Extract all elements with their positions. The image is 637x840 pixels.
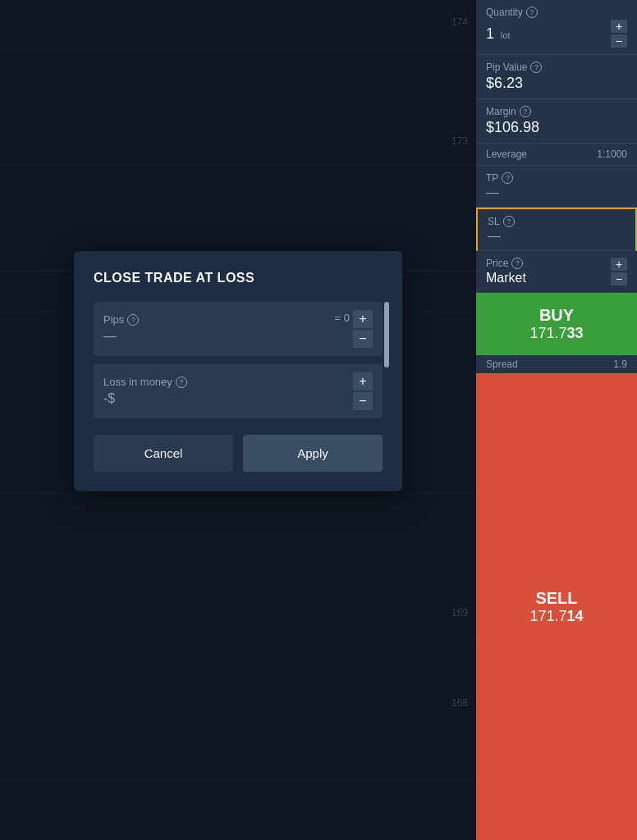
loss-controls: + −	[353, 372, 373, 410]
tp-section: TP ? —	[476, 166, 637, 208]
pips-eq-value: = 0	[335, 312, 350, 324]
pip-value-help-icon[interactable]: ?	[530, 62, 542, 73]
sl-label: SL ?	[488, 216, 626, 227]
price-row: Price ? Market + −	[486, 258, 627, 285]
quantity-row: 1 lot + −	[486, 20, 627, 48]
modal-overlay: CLOSE TRADE AT LOSS Pips ? — = 0 + −	[0, 0, 476, 840]
quantity-section: Quantity ? 1 lot + −	[476, 0, 637, 55]
tp-label: TP ?	[486, 172, 627, 184]
pips-input-left: Pips ? —	[103, 313, 139, 344]
pips-value: —	[103, 329, 139, 344]
pips-input-group: Pips ? — = 0 + −	[94, 302, 383, 356]
close-trade-modal: CLOSE TRADE AT LOSS Pips ? — = 0 + −	[74, 251, 402, 491]
pip-value-section: Pip Value ? $6.23	[476, 55, 637, 99]
modal-buttons: Cancel Apply	[94, 435, 383, 472]
quantity-label: Quantity ?	[486, 7, 627, 18]
tp-help-icon[interactable]: ?	[502, 172, 513, 184]
quantity-help-icon[interactable]: ?	[526, 7, 538, 18]
sl-value: —	[488, 229, 626, 244]
leverage-row: Leverage 1:1000	[476, 144, 637, 166]
spread-label: Spread	[486, 358, 518, 370]
buy-button[interactable]: BUY 171.733	[476, 293, 637, 355]
sell-label: SELL	[486, 589, 627, 608]
margin-label: Margin ?	[486, 106, 627, 117]
price-decrement-button[interactable]: −	[611, 272, 627, 285]
price-label: Price ?	[486, 258, 526, 269]
pips-decrement-button[interactable]: −	[353, 330, 373, 348]
sell-button[interactable]: SELL 171.714	[476, 373, 637, 840]
leverage-value: 1:1000	[597, 148, 627, 160]
spread-row: Spread 1.9	[476, 355, 637, 373]
loss-increment-button[interactable]: +	[353, 372, 373, 390]
pips-controls: + −	[353, 310, 373, 348]
loss-help-icon[interactable]: ?	[176, 377, 187, 388]
loss-label: Loss in money ?	[103, 376, 187, 388]
quantity-unit: lot	[501, 30, 511, 40]
right-panel: Quantity ? 1 lot + − Pip Value ? $6.23 M…	[476, 0, 637, 840]
tp-value: —	[486, 185, 627, 200]
price-increment-button[interactable]: +	[611, 258, 627, 271]
margin-help-icon[interactable]: ?	[520, 106, 531, 117]
price-value: Market	[486, 271, 526, 285]
apply-button[interactable]: Apply	[243, 435, 383, 472]
price-section: Price ? Market + −	[476, 251, 637, 293]
loss-decrement-button[interactable]: −	[353, 392, 373, 410]
sell-price: 171.714	[486, 608, 627, 625]
cancel-button[interactable]: Cancel	[94, 435, 233, 472]
sl-help-icon[interactable]: ?	[503, 216, 515, 227]
buy-label: BUY	[486, 306, 627, 325]
margin-value: $106.98	[486, 119, 627, 136]
pips-help-icon[interactable]: ?	[127, 314, 139, 326]
quantity-increment-button[interactable]: +	[611, 20, 627, 33]
pip-value: $6.23	[486, 75, 627, 92]
quantity-value-row: 1 lot	[486, 25, 511, 43]
quantity-controls: + −	[611, 20, 627, 48]
loss-input-group: Loss in money ? -$ + −	[94, 364, 383, 418]
scroll-indicator[interactable]	[384, 302, 389, 368]
buy-price: 171.733	[486, 325, 627, 342]
price-controls: + −	[611, 258, 627, 285]
pips-label: Pips ?	[103, 313, 139, 326]
loss-value: -$	[103, 391, 187, 406]
quantity-value: 1	[486, 25, 494, 43]
modal-title: CLOSE TRADE AT LOSS	[94, 271, 383, 285]
leverage-label: Leverage	[486, 148, 527, 160]
pips-increment-button[interactable]: +	[353, 310, 373, 328]
price-help-icon[interactable]: ?	[511, 258, 523, 269]
margin-section: Margin ? $106.98	[476, 99, 637, 144]
pip-value-label: Pip Value ?	[486, 62, 627, 73]
price-label-group: Price ? Market	[486, 258, 526, 285]
quantity-decrement-button[interactable]: −	[611, 34, 627, 48]
sl-section[interactable]: SL ? —	[476, 208, 637, 251]
loss-input-left: Loss in money ? -$	[103, 376, 187, 406]
spread-value: 1.9	[613, 358, 627, 370]
